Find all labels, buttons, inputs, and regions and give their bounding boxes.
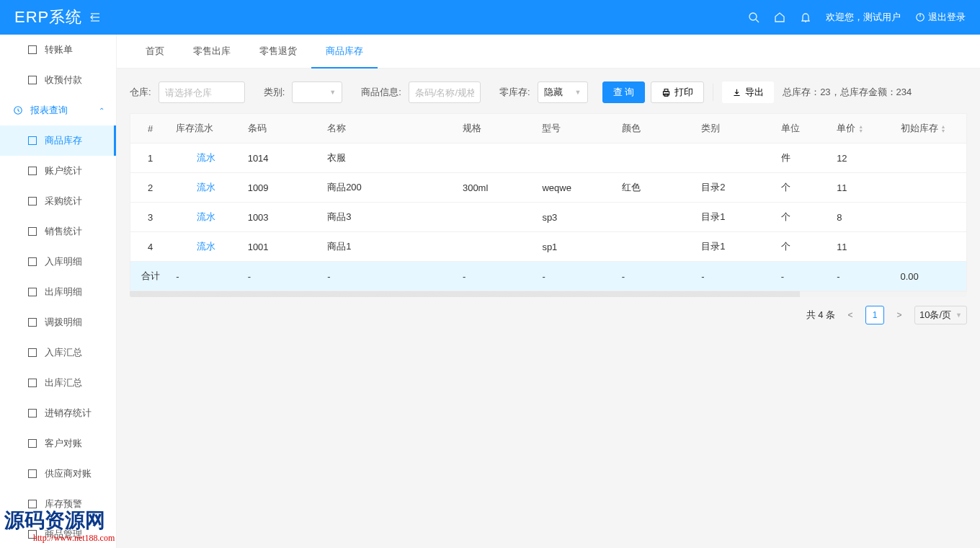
total-count: 共 4 条 (806, 309, 835, 322)
flow-link[interactable]: 流水 (197, 152, 215, 163)
doc-icon (27, 438, 37, 448)
chevron-up-icon: ⌃ (99, 107, 104, 115)
col-header: 型号 (536, 114, 615, 143)
col-header: 单位 (775, 114, 831, 143)
next-page-button[interactable]: > (890, 306, 909, 324)
toolbar-divider (713, 84, 713, 101)
sidebar-item[interactable]: 供应商对账 (0, 459, 116, 489)
sidebar-item[interactable]: 入库汇总 (0, 337, 116, 368)
sidebar: 转账单收预付款报表查询⌃商品库存账户统计采购统计销售统计入库明细出库明细调拨明细… (0, 35, 117, 548)
svg-rect-10 (664, 89, 668, 91)
horizontal-scrollbar[interactable] (130, 291, 967, 297)
sort-icon: ▲▼ (941, 125, 946, 133)
page-size-select[interactable]: 10条/页 ▼ (914, 306, 967, 324)
menu-toggle-icon[interactable] (89, 12, 101, 23)
col-header: 颜色 (616, 114, 695, 143)
search-button[interactable]: 查 询 (602, 81, 646, 103)
sidebar-item[interactable]: 销售统计 (0, 216, 116, 247)
inventory-table: #库存流水条码名称规格型号颜色类别单位单价▲▼初始库存▲▼ 1流水1014衣服件… (130, 113, 967, 292)
chevron-down-icon: ▼ (956, 311, 962, 319)
col-header: 类别 (695, 114, 775, 143)
zero-stock-label: 零库存: (499, 86, 530, 99)
doc-icon (27, 378, 37, 388)
col-header: 条码 (242, 114, 321, 143)
flow-link[interactable]: 流水 (197, 182, 215, 193)
page-1-button[interactable]: 1 (865, 306, 884, 324)
col-header[interactable]: 初始库存▲▼ (895, 114, 967, 143)
product-label: 商品信息: (361, 86, 401, 99)
sidebar-item[interactable]: 库存预警 (0, 489, 116, 519)
tab[interactable]: 商品库存 (311, 35, 378, 68)
welcome-text: 欢迎您，测试用户 (826, 11, 901, 24)
flow-link[interactable]: 流水 (197, 211, 215, 222)
doc-icon (27, 257, 37, 267)
doc-icon (27, 45, 37, 55)
sidebar-item[interactable]: 采购统计 (0, 186, 116, 216)
table-row: 1流水1014衣服件12 (130, 143, 966, 173)
product-input[interactable] (409, 81, 481, 103)
sidebar-item[interactable]: 转账单 (0, 35, 116, 65)
doc-icon (27, 166, 37, 176)
prev-page-button[interactable]: < (841, 306, 860, 324)
summary-row: 合计---------0.00 (130, 262, 966, 291)
col-header: 名称 (321, 114, 457, 143)
total-summary: 总库存：23，总库存金额：234 (783, 86, 912, 99)
tab[interactable]: 零售退货 (245, 35, 311, 68)
sidebar-parent-reports[interactable]: 报表查询⌃ (0, 95, 116, 125)
logout-button[interactable]: 退出登录 (915, 11, 966, 24)
category-select[interactable]: ▼ (292, 81, 342, 103)
doc-icon (27, 529, 37, 539)
col-header[interactable]: 单价▲▼ (831, 114, 894, 143)
main-area: 首页零售出库零售退货商品库存 仓库: 类别: ▼ 商品信息: 零库存: 隐藏▼ … (117, 35, 980, 548)
chevron-down-icon: ▼ (575, 89, 582, 96)
sidebar-item[interactable]: 出库汇总 (0, 368, 116, 398)
sidebar-item[interactable]: 商品库存 (0, 125, 116, 156)
table-row: 2流水1009商品200300mlweqwe红色目录2个11 (130, 173, 966, 203)
search-icon[interactable] (748, 12, 760, 23)
clock-icon (13, 105, 23, 115)
table-row: 4流水1001商品1sp1目录1个11 (130, 232, 966, 262)
printer-icon (662, 88, 671, 97)
doc-icon (27, 348, 37, 358)
doc-icon (27, 469, 37, 479)
table-row: 3流水1003商品3sp3目录1个8 (130, 203, 966, 232)
logout-icon (915, 12, 925, 22)
col-header: 规格 (457, 114, 536, 143)
zero-stock-select[interactable]: 隐藏▼ (538, 81, 588, 103)
filter-toolbar: 仓库: 类别: ▼ 商品信息: 零库存: 隐藏▼ 查 询 打印 (130, 81, 967, 103)
doc-icon (27, 75, 37, 85)
col-header: 库存流水 (170, 114, 241, 143)
doc-icon (27, 226, 37, 237)
sidebar-item[interactable]: 客户对账 (0, 428, 116, 459)
doc-icon (27, 499, 37, 509)
doc-icon (27, 408, 37, 418)
doc-icon (27, 287, 37, 297)
home-icon[interactable] (774, 12, 785, 23)
doc-icon (27, 136, 37, 146)
doc-icon (27, 196, 37, 206)
sidebar-item[interactable]: 进销存统计 (0, 398, 116, 428)
svg-point-3 (749, 13, 757, 20)
tab[interactable]: 零售出库 (179, 35, 245, 68)
download-icon (732, 88, 741, 97)
tabs: 首页零售出库零售退货商品库存 (117, 35, 980, 68)
sidebar-item[interactable]: 出库明细 (0, 277, 116, 307)
warehouse-label: 仓库: (130, 86, 151, 99)
sidebar-item[interactable]: 收预付款 (0, 65, 116, 95)
flow-link[interactable]: 流水 (197, 241, 215, 252)
sidebar-item[interactable]: 商品管理 (0, 519, 116, 548)
print-button[interactable]: 打印 (651, 81, 704, 103)
sidebar-item[interactable]: 入库明细 (0, 247, 116, 277)
app-logo: ERP系统 (14, 6, 82, 28)
doc-icon (27, 317, 37, 327)
warehouse-input[interactable] (159, 81, 245, 103)
export-button[interactable]: 导出 (722, 81, 774, 103)
bell-icon[interactable] (800, 12, 811, 23)
svg-line-4 (756, 19, 759, 22)
category-label: 类别: (264, 86, 285, 99)
chevron-down-icon: ▼ (329, 89, 336, 96)
sort-icon: ▲▼ (858, 125, 863, 133)
sidebar-item[interactable]: 账户统计 (0, 156, 116, 186)
sidebar-item[interactable]: 调拨明细 (0, 307, 116, 337)
tab[interactable]: 首页 (131, 35, 179, 68)
